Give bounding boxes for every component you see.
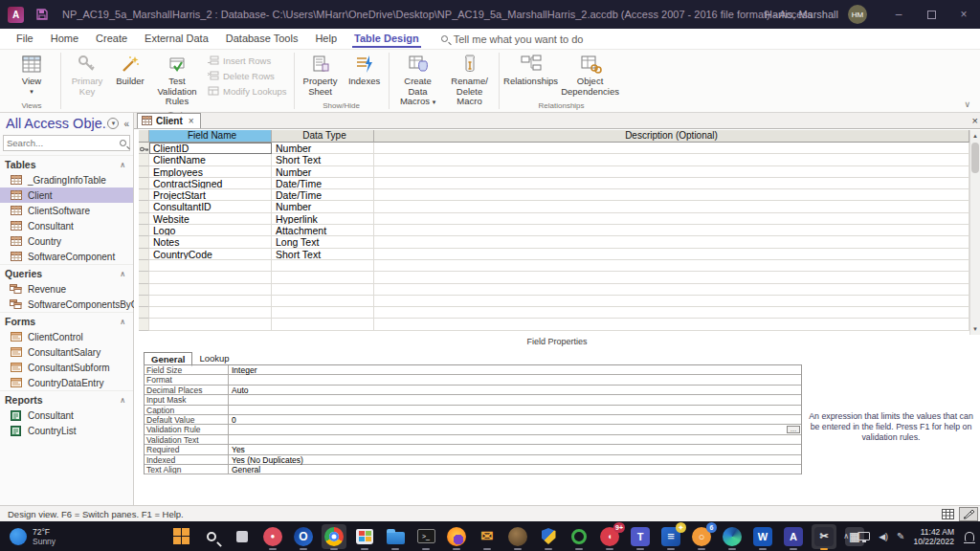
property-value[interactable]: General (229, 465, 801, 474)
field-name-cell[interactable]: CountryCode (149, 249, 272, 260)
description-cell[interactable] (374, 154, 969, 165)
field-row-website[interactable]: WebsiteHyperlink (139, 213, 969, 225)
shutter-bar-close-icon[interactable]: « (123, 119, 129, 129)
row-selector[interactable] (139, 213, 149, 225)
property-value[interactable]: Yes (229, 445, 801, 453)
task-view-button[interactable] (230, 524, 255, 549)
empty-field-row[interactable] (139, 296, 969, 307)
description-cell[interactable] (374, 249, 969, 260)
property-value[interactable] (229, 435, 801, 444)
property-value[interactable] (229, 395, 801, 404)
field-name-header[interactable]: Field Name (149, 130, 272, 143)
property-row-required[interactable]: RequiredYes (145, 445, 801, 454)
test-validation-rules-button[interactable]: Test Validation Rules (151, 52, 203, 109)
indexes-button[interactable]: Indexes (345, 52, 385, 89)
relationships-button[interactable]: Relationships (503, 52, 559, 89)
power-ring-app[interactable] (567, 524, 591, 549)
nav-section-tables[interactable]: Tables∧ (0, 155, 133, 172)
row-selector[interactable] (139, 178, 149, 189)
office-app[interactable]: O (291, 524, 316, 549)
description-cell[interactable] (374, 143, 969, 154)
close-button[interactable]: × (947, 0, 980, 29)
field-name-cell[interactable]: Website (149, 213, 272, 225)
property-row-input-mask[interactable]: Input Mask (145, 395, 801, 405)
snipping-tool-app[interactable]: ✂ (812, 524, 836, 549)
file-explorer-app[interactable] (383, 524, 408, 549)
widgets-app[interactable]: ≡✦ (658, 524, 683, 549)
nav-item-country[interactable]: Country (0, 233, 133, 249)
description-cell[interactable] (374, 166, 969, 178)
row-selector[interactable] (139, 225, 149, 236)
data-type-cell[interactable]: Short Text (272, 154, 374, 165)
data-type-cell[interactable]: Attachment (272, 225, 374, 236)
nav-item-consultant[interactable]: Consultant (0, 408, 133, 423)
description-cell[interactable] (374, 236, 969, 248)
row-selector-primary-key[interactable] (139, 143, 149, 154)
nav-item-countrydataentry[interactable]: CountryDataEntry (0, 375, 133, 390)
close-document-icon[interactable]: × (972, 115, 978, 126)
field-row-countrycode[interactable]: CountryCodeShort Text (139, 249, 969, 260)
collapse-section-icon[interactable]: ∧ (120, 161, 125, 169)
tab-client[interactable]: Client × (137, 113, 201, 128)
field-row-contractsigned[interactable]: ContractSignedDate/Time (139, 178, 969, 189)
nav-item-clientsoftware[interactable]: ClientSoftware (0, 203, 133, 218)
property-value[interactable]: Auto (229, 386, 801, 394)
property-sheet-button[interactable]: Property Sheet (299, 52, 343, 99)
property-value[interactable] (229, 425, 801, 433)
property-row-decimal-places[interactable]: Decimal PlacesAuto (145, 386, 801, 395)
nav-item-softwarecomponentsbyclient[interactable]: SoftwareComponentsByClient (0, 297, 133, 312)
field-name-cell[interactable]: ProjectStart (149, 189, 272, 201)
chat-app[interactable]: ● (260, 524, 285, 549)
tab-file[interactable]: File (8, 30, 42, 48)
property-value[interactable]: Yes (No Duplicates) (229, 455, 801, 464)
field-row-clientname[interactable]: ClientNameShort Text (139, 154, 969, 165)
scroll-up-icon[interactable]: ▲ (970, 130, 980, 142)
word-app[interactable]: W (750, 524, 775, 549)
property-value[interactable] (229, 406, 801, 414)
empty-field-row[interactable] (139, 272, 969, 283)
description-cell[interactable] (374, 201, 969, 212)
row-selector[interactable] (139, 236, 149, 248)
field-row-clientid[interactable]: ClientIDNumber (139, 143, 969, 154)
ellipsis-button[interactable]: … (787, 426, 800, 433)
collapse-ribbon-button[interactable]: ∨ (964, 99, 970, 109)
network-icon[interactable] (858, 532, 870, 540)
security-shield-app[interactable] (536, 524, 561, 549)
tab-home[interactable]: Home (42, 30, 87, 48)
row-selector[interactable] (139, 249, 149, 260)
nav-section-reports[interactable]: Reports∧ (0, 390, 133, 408)
save-icon[interactable] (35, 8, 49, 21)
teams-app[interactable]: T (628, 524, 653, 549)
nav-item-clientcontrol[interactable]: ClientControl (0, 329, 133, 344)
scroll-down-icon[interactable]: ▼ (970, 323, 980, 335)
edge-app[interactable] (720, 524, 745, 549)
object-dependencies-button[interactable]: Object Dependencies (561, 52, 620, 99)
search-button[interactable] (199, 524, 224, 549)
browser-app[interactable] (322, 524, 346, 549)
data-type-cell[interactable]: Long Text (272, 236, 374, 248)
nav-section-forms[interactable]: Forms∧ (0, 312, 133, 329)
description-cell[interactable] (374, 189, 969, 201)
nav-menu-icon[interactable]: ▾ (107, 118, 119, 129)
vertical-scrollbar[interactable]: ▲ ▼ (969, 130, 980, 335)
field-row-notes[interactable]: NotesLong Text (139, 236, 969, 248)
signed-in-user[interactable]: Harris, Marshall (765, 9, 838, 20)
description-cell[interactable] (374, 178, 969, 189)
row-selector[interactable] (139, 154, 149, 165)
data-type-cell[interactable]: Number (272, 201, 374, 212)
property-row-validation-text[interactable]: Validation Text (145, 435, 801, 445)
property-row-caption[interactable]: Caption (145, 406, 801, 415)
property-row-format[interactable]: Format (145, 375, 801, 385)
nav-item-client[interactable]: Client (0, 187, 133, 203)
data-type-cell[interactable]: Short Text (272, 249, 374, 260)
chrome-profile-app[interactable] (505, 524, 530, 549)
clock[interactable]: 11:42 AM 10/22/2022 (913, 527, 954, 546)
tab-database-tools[interactable]: Database Tools (217, 30, 307, 48)
field-name-cell[interactable]: ConsultantID (149, 201, 272, 212)
minimize-button[interactable]: – (882, 0, 915, 29)
property-row-field-size[interactable]: Field SizeInteger (145, 365, 801, 375)
row-selector[interactable] (139, 166, 149, 178)
volume-icon[interactable]: ◀) (879, 532, 888, 541)
property-row-validation-rule[interactable]: Validation Rule… (145, 425, 801, 434)
nav-section-queries[interactable]: Queries∧ (0, 264, 133, 281)
